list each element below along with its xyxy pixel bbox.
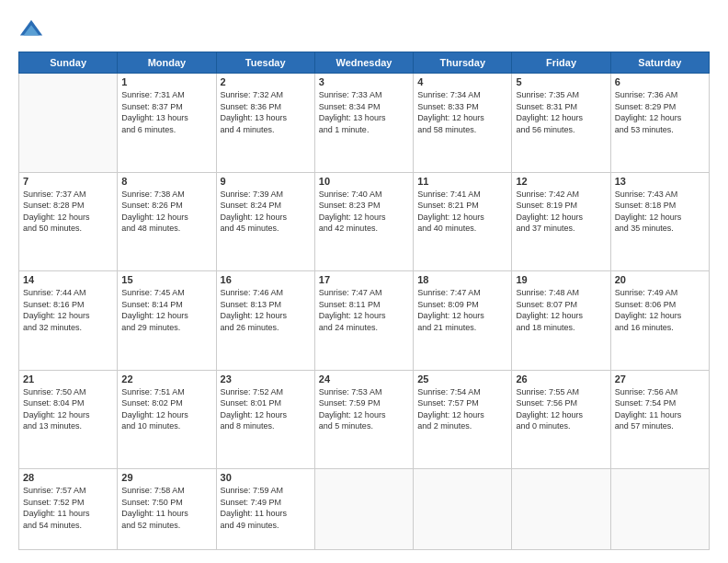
day-number: 22 <box>121 373 211 385</box>
day-number: 28 <box>23 472 113 483</box>
calendar-cell <box>512 469 610 550</box>
day-info: Sunrise: 7:41 AM Sunset: 8:21 PM Dayligh… <box>417 189 507 235</box>
weekday-header: Wednesday <box>314 52 413 74</box>
calendar-cell: 13Sunrise: 7:43 AM Sunset: 8:18 PM Dayli… <box>610 172 709 271</box>
day-number: 23 <box>221 373 311 385</box>
day-number: 12 <box>516 176 606 187</box>
day-info: Sunrise: 7:45 AM Sunset: 8:14 PM Dayligh… <box>121 287 211 333</box>
page: SundayMondayTuesdayWednesdayThursdayFrid… <box>0 0 728 563</box>
day-info: Sunrise: 7:33 AM Sunset: 8:34 PM Dayligh… <box>319 89 409 135</box>
weekday-header: Sunday <box>19 52 118 74</box>
calendar-cell <box>610 469 709 550</box>
day-info: Sunrise: 7:49 AM Sunset: 8:06 PM Dayligh… <box>615 287 705 333</box>
day-info: Sunrise: 7:42 AM Sunset: 8:19 PM Dayligh… <box>516 189 606 235</box>
day-info: Sunrise: 7:58 AM Sunset: 7:50 PM Dayligh… <box>121 485 211 531</box>
day-info: Sunrise: 7:56 AM Sunset: 7:54 PM Dayligh… <box>615 386 705 432</box>
day-info: Sunrise: 7:54 AM Sunset: 7:57 PM Dayligh… <box>417 386 507 432</box>
calendar-week-row: 1Sunrise: 7:31 AM Sunset: 8:37 PM Daylig… <box>19 74 710 173</box>
calendar-cell: 2Sunrise: 7:32 AM Sunset: 8:36 PM Daylig… <box>216 74 314 173</box>
calendar-cell: 10Sunrise: 7:40 AM Sunset: 8:23 PM Dayli… <box>314 172 413 271</box>
day-number: 30 <box>221 472 311 483</box>
day-number: 5 <box>516 76 606 87</box>
calendar-cell: 26Sunrise: 7:55 AM Sunset: 7:56 PM Dayli… <box>512 370 610 469</box>
day-number: 4 <box>417 76 507 87</box>
calendar-cell: 19Sunrise: 7:48 AM Sunset: 8:07 PM Dayli… <box>512 271 610 371</box>
day-info: Sunrise: 7:32 AM Sunset: 8:36 PM Dayligh… <box>221 89 311 135</box>
day-info: Sunrise: 7:36 AM Sunset: 8:29 PM Dayligh… <box>615 89 705 135</box>
day-info: Sunrise: 7:38 AM Sunset: 8:26 PM Dayligh… <box>121 189 211 235</box>
day-number: 10 <box>319 176 409 187</box>
day-info: Sunrise: 7:35 AM Sunset: 8:31 PM Dayligh… <box>516 89 606 135</box>
weekday-header: Monday <box>118 52 216 74</box>
calendar-cell: 15Sunrise: 7:45 AM Sunset: 8:14 PM Dayli… <box>118 271 216 371</box>
day-info: Sunrise: 7:48 AM Sunset: 8:07 PM Dayligh… <box>516 287 606 333</box>
calendar-cell: 5Sunrise: 7:35 AM Sunset: 8:31 PM Daylig… <box>512 74 610 173</box>
day-info: Sunrise: 7:31 AM Sunset: 8:37 PM Dayligh… <box>121 89 211 135</box>
day-number: 13 <box>615 176 705 187</box>
calendar-cell: 7Sunrise: 7:37 AM Sunset: 8:28 PM Daylig… <box>19 172 118 271</box>
weekday-header-row: SundayMondayTuesdayWednesdayThursdayFrid… <box>19 52 710 74</box>
day-number: 3 <box>319 76 409 87</box>
weekday-header: Saturday <box>610 52 709 74</box>
weekday-header: Thursday <box>414 52 512 74</box>
weekday-header: Tuesday <box>216 52 314 74</box>
calendar-cell: 29Sunrise: 7:58 AM Sunset: 7:50 PM Dayli… <box>118 469 216 550</box>
day-number: 20 <box>615 274 705 285</box>
day-number: 29 <box>121 472 211 483</box>
day-info: Sunrise: 7:53 AM Sunset: 7:59 PM Dayligh… <box>319 386 409 432</box>
day-number: 27 <box>615 373 705 385</box>
day-number: 8 <box>121 176 211 187</box>
day-number: 18 <box>417 274 507 285</box>
day-info: Sunrise: 7:52 AM Sunset: 8:01 PM Dayligh… <box>221 386 311 432</box>
calendar-cell: 25Sunrise: 7:54 AM Sunset: 7:57 PM Dayli… <box>414 370 512 469</box>
day-number: 26 <box>516 373 606 385</box>
calendar-week-row: 7Sunrise: 7:37 AM Sunset: 8:28 PM Daylig… <box>19 172 710 271</box>
day-info: Sunrise: 7:39 AM Sunset: 8:24 PM Dayligh… <box>221 189 311 235</box>
day-info: Sunrise: 7:59 AM Sunset: 7:49 PM Dayligh… <box>221 485 311 531</box>
calendar-cell: 9Sunrise: 7:39 AM Sunset: 8:24 PM Daylig… <box>216 172 314 271</box>
logo-icon <box>18 17 44 42</box>
day-number: 14 <box>23 274 113 285</box>
day-number: 24 <box>319 373 409 385</box>
day-number: 6 <box>615 76 705 87</box>
calendar-cell <box>414 469 512 550</box>
calendar-cell <box>314 469 413 550</box>
calendar-cell: 3Sunrise: 7:33 AM Sunset: 8:34 PM Daylig… <box>314 74 413 173</box>
day-info: Sunrise: 7:57 AM Sunset: 7:52 PM Dayligh… <box>23 485 113 531</box>
calendar-cell: 20Sunrise: 7:49 AM Sunset: 8:06 PM Dayli… <box>610 271 709 371</box>
day-number: 1 <box>121 76 211 87</box>
calendar-cell: 17Sunrise: 7:47 AM Sunset: 8:11 PM Dayli… <box>314 271 413 371</box>
calendar-cell: 11Sunrise: 7:41 AM Sunset: 8:21 PM Dayli… <box>414 172 512 271</box>
calendar-cell: 23Sunrise: 7:52 AM Sunset: 8:01 PM Dayli… <box>216 370 314 469</box>
day-info: Sunrise: 7:44 AM Sunset: 8:16 PM Dayligh… <box>23 287 113 333</box>
day-info: Sunrise: 7:46 AM Sunset: 8:13 PM Dayligh… <box>221 287 311 333</box>
day-number: 21 <box>23 373 113 385</box>
calendar-cell: 16Sunrise: 7:46 AM Sunset: 8:13 PM Dayli… <box>216 271 314 371</box>
day-number: 15 <box>121 274 211 285</box>
calendar-cell: 30Sunrise: 7:59 AM Sunset: 7:49 PM Dayli… <box>216 469 314 550</box>
day-number: 7 <box>23 176 113 187</box>
calendar-cell: 4Sunrise: 7:34 AM Sunset: 8:33 PM Daylig… <box>414 74 512 173</box>
calendar-cell: 6Sunrise: 7:36 AM Sunset: 8:29 PM Daylig… <box>610 74 709 173</box>
weekday-header: Friday <box>512 52 610 74</box>
day-info: Sunrise: 7:47 AM Sunset: 8:09 PM Dayligh… <box>417 287 507 333</box>
calendar-cell: 27Sunrise: 7:56 AM Sunset: 7:54 PM Dayli… <box>610 370 709 469</box>
day-info: Sunrise: 7:55 AM Sunset: 7:56 PM Dayligh… <box>516 386 606 432</box>
day-info: Sunrise: 7:37 AM Sunset: 8:28 PM Dayligh… <box>23 189 113 235</box>
day-number: 9 <box>221 176 311 187</box>
calendar-week-row: 21Sunrise: 7:50 AM Sunset: 8:04 PM Dayli… <box>19 370 710 469</box>
calendar-cell: 14Sunrise: 7:44 AM Sunset: 8:16 PM Dayli… <box>19 271 118 371</box>
calendar-table: SundayMondayTuesdayWednesdayThursdayFrid… <box>18 52 710 550</box>
calendar-cell: 1Sunrise: 7:31 AM Sunset: 8:37 PM Daylig… <box>118 74 216 173</box>
day-info: Sunrise: 7:51 AM Sunset: 8:02 PM Dayligh… <box>121 386 211 432</box>
calendar-week-row: 14Sunrise: 7:44 AM Sunset: 8:16 PM Dayli… <box>19 271 710 371</box>
day-info: Sunrise: 7:50 AM Sunset: 8:04 PM Dayligh… <box>23 386 113 432</box>
calendar-cell: 18Sunrise: 7:47 AM Sunset: 8:09 PM Dayli… <box>414 271 512 371</box>
logo <box>18 17 48 42</box>
day-number: 25 <box>417 373 507 385</box>
calendar-week-row: 28Sunrise: 7:57 AM Sunset: 7:52 PM Dayli… <box>19 469 710 550</box>
calendar-cell: 24Sunrise: 7:53 AM Sunset: 7:59 PM Dayli… <box>314 370 413 469</box>
day-info: Sunrise: 7:34 AM Sunset: 8:33 PM Dayligh… <box>417 89 507 135</box>
calendar-cell: 8Sunrise: 7:38 AM Sunset: 8:26 PM Daylig… <box>118 172 216 271</box>
day-number: 11 <box>417 176 507 187</box>
